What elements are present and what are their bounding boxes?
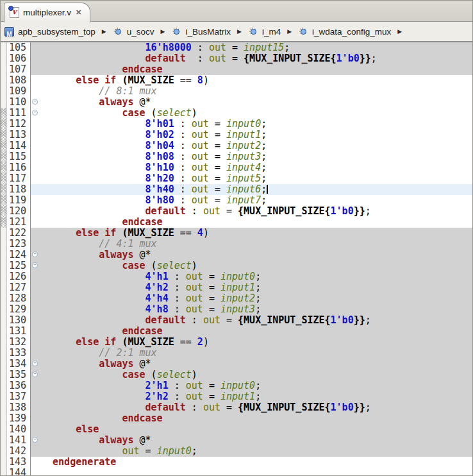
code-line-body[interactable]: 8'h80 : out = input7;: [31, 195, 472, 206]
code-line-body[interactable]: endgenerate: [31, 457, 472, 468]
line-number[interactable]: 122: [7, 228, 31, 239]
line-number[interactable]: 125: [7, 260, 31, 271]
breadcrumb-item-i_BusMatrix[interactable]: i_BusMatrix: [171, 26, 231, 37]
line-number[interactable]: 120: [7, 206, 31, 217]
code-line-body[interactable]: 8'h04 : out = input2;: [31, 140, 472, 151]
code-line-body[interactable]: 8'h01 : out = input0;: [31, 119, 472, 130]
line-number[interactable]: 110: [7, 97, 31, 108]
code-line-body[interactable]: 2'h1 : out = input0;: [31, 380, 472, 391]
line-number[interactable]: 115: [7, 151, 31, 162]
code-line-body[interactable]: 16'h8000 : out = input15;: [31, 42, 472, 53]
fold-collapse-icon[interactable]: −: [32, 110, 38, 115]
code-line-body[interactable]: 4'h8 : out = input3;: [31, 304, 472, 315]
code-line-body[interactable]: − always @*: [31, 435, 472, 446]
editor-tab-bar: v multiplexer.v ✕: [1, 1, 472, 21]
line-number[interactable]: 143: [7, 457, 31, 468]
code-line-body[interactable]: − case (select): [31, 260, 472, 271]
line-number[interactable]: 133: [7, 348, 31, 359]
code-line-body[interactable]: default : out = {MUX_INPUT_SIZE{1'b0}};: [31, 315, 472, 326]
code-line-body[interactable]: 8'h10 : out = input4;: [31, 162, 472, 173]
code-line-body[interactable]: 8'h08 : out = input3;: [31, 151, 472, 162]
line-number[interactable]: 111: [7, 108, 31, 119]
fold-collapse-icon[interactable]: −: [32, 371, 38, 377]
line-number[interactable]: 130: [7, 315, 31, 326]
code-line-body[interactable]: 2'h2 : out = input1;: [31, 391, 472, 402]
line-number[interactable]: 144: [7, 468, 31, 476]
line-number[interactable]: 127: [7, 282, 31, 293]
breadcrumb-item-i_m4[interactable]: i_m4: [248, 26, 281, 37]
line-number[interactable]: 136: [7, 380, 31, 391]
line-number[interactable]: 138: [7, 402, 31, 413]
code-line-body[interactable]: endcase: [31, 326, 472, 337]
line-number[interactable]: 106: [7, 53, 31, 64]
line-number[interactable]: 116: [7, 162, 31, 173]
code-line-body[interactable]: − always @*: [31, 97, 472, 108]
code-line-body[interactable]: else if (MUX_SIZE == 4): [31, 228, 472, 239]
breadcrumb-item-apb_subsystem_top[interactable]: apb_subsystem_top: [4, 27, 95, 37]
line-number[interactable]: 114: [7, 140, 31, 151]
line-number[interactable]: 119: [7, 195, 31, 206]
code-text: // 4:1 mux: [41, 239, 472, 250]
fold-collapse-icon[interactable]: −: [32, 99, 38, 105]
code-line-body[interactable]: // 8:1 mux: [31, 86, 472, 97]
tab-multiplexer-v[interactable]: v multiplexer.v ✕: [4, 3, 90, 22]
fold-collapse-icon[interactable]: −: [32, 251, 38, 257]
line-number[interactable]: 121: [7, 217, 31, 228]
code-line-body[interactable]: − case (select): [31, 108, 472, 119]
line-number[interactable]: 129: [7, 304, 31, 315]
line-number[interactable]: 126: [7, 271, 31, 282]
line-number[interactable]: 123: [7, 239, 31, 250]
line-number[interactable]: 142: [7, 446, 31, 457]
line-number[interactable]: 105: [7, 42, 31, 53]
line-number[interactable]: 118: [7, 184, 31, 195]
line-number[interactable]: 135: [7, 370, 31, 380]
fold-collapse-icon[interactable]: −: [32, 361, 38, 366]
line-number[interactable]: 132: [7, 337, 31, 348]
code-line-body[interactable]: // 4:1 mux: [31, 239, 472, 250]
code-line-body[interactable]: [31, 468, 472, 476]
code-line-body[interactable]: 4'h4 : out = input2;: [31, 293, 472, 304]
code-line-body[interactable]: − always @*: [31, 250, 472, 260]
code-line-body[interactable]: else if (MUX_SIZE == 2): [31, 337, 472, 348]
code-line-body[interactable]: endcase: [31, 64, 472, 75]
code-line-body[interactable]: 8'h20 : out = input5;: [31, 173, 472, 184]
line-number[interactable]: 137: [7, 391, 31, 402]
close-icon[interactable]: ✕: [75, 8, 82, 17]
line-number[interactable]: 117: [7, 173, 31, 184]
line-number[interactable]: 141: [7, 435, 31, 446]
code-line-body[interactable]: endcase: [31, 217, 472, 228]
code-line-135: 135− case (select): [1, 370, 472, 380]
code-line-body[interactable]: − always @*: [31, 359, 472, 370]
code-text: else: [41, 424, 472, 435]
code-line-body[interactable]: − case (select): [31, 370, 472, 380]
breadcrumb-item-i_wdata_config_mux[interactable]: i_wdata_config_mux: [298, 26, 391, 37]
line-number[interactable]: 113: [7, 130, 31, 140]
code-line-body[interactable]: default : out = {MUX_INPUT_SIZE{1'b0}};: [31, 402, 472, 413]
code-line-body[interactable]: default : out = {MUX_INPUT_SIZE{1'b0}};: [31, 53, 472, 64]
code-text: 8'h02 : out = input1;: [41, 130, 472, 140]
line-number[interactable]: 107: [7, 64, 31, 75]
line-number[interactable]: 128: [7, 293, 31, 304]
code-line-body[interactable]: 8'h40 : out = input6;: [31, 184, 472, 195]
line-number[interactable]: 124: [7, 250, 31, 260]
fold-collapse-icon[interactable]: −: [32, 262, 38, 268]
annotation-ruler: [1, 413, 7, 424]
code-line-body[interactable]: // 2:1 mux: [31, 348, 472, 359]
code-line-body[interactable]: 8'h02 : out = input1;: [31, 130, 472, 140]
code-line-body[interactable]: default : out = {MUX_INPUT_SIZE{1'b0}};: [31, 206, 472, 217]
code-line-body[interactable]: else: [31, 424, 472, 435]
breadcrumb-item-u_socv[interactable]: u_socv: [113, 26, 154, 37]
code-line-body[interactable]: 4'h1 : out = input0;: [31, 271, 472, 282]
code-line-body[interactable]: else if (MUX_SIZE == 8): [31, 75, 472, 86]
line-number[interactable]: 131: [7, 326, 31, 337]
line-number[interactable]: 109: [7, 86, 31, 97]
line-number[interactable]: 112: [7, 119, 31, 130]
code-line-body[interactable]: out = input0;: [31, 446, 472, 457]
line-number[interactable]: 108: [7, 75, 31, 86]
line-number[interactable]: 140: [7, 424, 31, 435]
code-line-body[interactable]: 4'h2 : out = input1;: [31, 282, 472, 293]
line-number[interactable]: 134: [7, 359, 31, 370]
fold-collapse-icon[interactable]: −: [32, 437, 38, 443]
line-number[interactable]: 139: [7, 413, 31, 424]
code-line-body[interactable]: endcase: [31, 413, 472, 424]
